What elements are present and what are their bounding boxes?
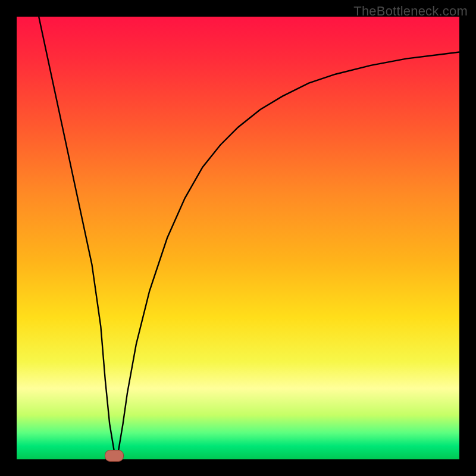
plot-frame: [17, 17, 459, 459]
bottleneck-curve: [39, 17, 459, 450]
curve-svg: [17, 17, 459, 459]
watermark-text: TheBottleneck.com: [353, 4, 468, 19]
optimal-point-marker: [105, 450, 124, 462]
